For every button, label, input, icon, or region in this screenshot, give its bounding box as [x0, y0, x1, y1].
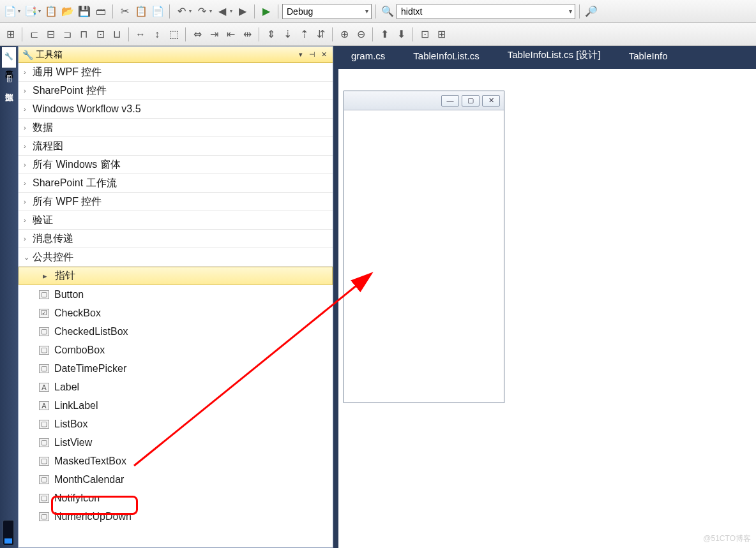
- nav-fwd-icon[interactable]: ▶: [235, 4, 250, 19]
- add-item-icon[interactable]: 📋: [43, 4, 59, 19]
- side-tab-strip: 🔧 工具箱 🗄 数据源: [0, 46, 18, 548]
- align-right-icon[interactable]: ⊐: [59, 27, 75, 42]
- toolbox-title: 工具箱: [36, 49, 63, 61]
- vspace-remove-icon[interactable]: ⇵: [313, 27, 328, 42]
- toolbox-item-checkedlistbox[interactable]: ▢CheckedListBox: [19, 322, 333, 341]
- form-designer-window[interactable]: ― ▢ ✕: [344, 91, 504, 403]
- dropdown-icon[interactable]: ▾: [296, 50, 306, 60]
- vspace-dec-icon[interactable]: ⇡: [296, 27, 312, 42]
- toolbox-item-指针[interactable]: ▸指针: [19, 267, 333, 285]
- separator: [375, 4, 376, 19]
- toolbox-category[interactable]: ›所有 WPF 控件: [19, 193, 333, 211]
- align-middle-icon[interactable]: ⊡: [93, 27, 108, 42]
- align-top-icon[interactable]: ⊓: [76, 27, 91, 42]
- toolbox-item-listbox[interactable]: ▢ListBox: [19, 415, 333, 433]
- toolbox-item-monthcalendar[interactable]: ▢MonthCalendar: [19, 470, 333, 489]
- separator: [372, 27, 373, 41]
- toolbox-category[interactable]: ›消息传递: [19, 230, 333, 248]
- same-width-icon[interactable]: ↔: [133, 27, 148, 42]
- open-folder-icon[interactable]: 📂: [60, 4, 75, 19]
- find-icon[interactable]: 🔍: [380, 4, 395, 19]
- watermark: @51CTO博客: [703, 533, 751, 544]
- paste-icon[interactable]: 📄: [150, 4, 165, 19]
- hspace-remove-icon[interactable]: ⇹: [239, 27, 255, 42]
- doc-tab[interactable]: gram.cs: [337, 48, 399, 65]
- toolbox-category[interactable]: ›流程图: [19, 137, 333, 156]
- separator: [112, 4, 113, 19]
- toolbox-category[interactable]: ›SharePoint 工作流: [19, 174, 333, 193]
- toolbox-list[interactable]: ›通用 WPF 控件›SharePoint 控件›Windows Workflo…: [19, 63, 333, 547]
- toolbox-item-datetimepicker[interactable]: ▢DateTimePicker: [19, 359, 333, 378]
- item-label: 指针: [55, 269, 75, 283]
- nav-back-icon[interactable]: ◀: [215, 4, 230, 19]
- redo-icon[interactable]: ↷: [194, 4, 209, 19]
- find-combo[interactable]: hidtxt: [397, 4, 575, 19]
- hspace-inc-icon[interactable]: ⇥: [206, 27, 222, 42]
- align-bottom-icon[interactable]: ⊔: [109, 27, 125, 42]
- doc-tab[interactable]: TableInfoList.cs: [399, 48, 493, 65]
- toolbox-item-listview[interactable]: ▢ListView: [19, 433, 333, 452]
- send-back-icon[interactable]: ⬇: [393, 27, 409, 42]
- hspace-equal-icon[interactable]: ⇔: [190, 27, 205, 42]
- item-label: NotifyIcon: [54, 492, 100, 504]
- separator: [332, 27, 333, 41]
- center-vert-icon[interactable]: ⊖: [353, 27, 368, 42]
- minimize-icon[interactable]: ―: [441, 95, 459, 107]
- cut-icon[interactable]: ✂: [117, 4, 132, 19]
- undo-icon[interactable]: ↶: [174, 4, 189, 19]
- vspace-equal-icon[interactable]: ⇕: [263, 27, 278, 42]
- toolbox-item-checkbox[interactable]: ☑CheckBox: [19, 304, 333, 322]
- check-icon: ☑: [39, 309, 49, 318]
- save-icon[interactable]: 💾: [77, 4, 92, 19]
- center-horiz-icon[interactable]: ⊕: [336, 27, 352, 42]
- tab-order-icon[interactable]: ⊡: [417, 27, 432, 42]
- category-label: 流程图: [33, 140, 63, 153]
- toolbox-category[interactable]: ›所有 Windows 窗体: [19, 156, 333, 174]
- separator: [185, 27, 186, 41]
- toolbox-category[interactable]: ›SharePoint 控件: [19, 82, 333, 100]
- toolbox-category[interactable]: ›验证: [19, 211, 333, 230]
- category-label: 消息传递: [33, 232, 73, 246]
- solution-explorer-icon[interactable]: 🔎: [584, 4, 599, 19]
- align-left-icon[interactable]: ⊏: [26, 27, 42, 42]
- item-label: ComboBox: [54, 344, 105, 356]
- toolbox-category[interactable]: ›数据: [19, 119, 333, 137]
- sidebar-tab-toolbox[interactable]: 🔧 工具箱: [2, 47, 16, 68]
- pin-icon[interactable]: ⊣: [307, 50, 317, 60]
- toolbox-category[interactable]: ›通用 WPF 控件: [19, 63, 333, 82]
- align-center-icon[interactable]: ⊟: [43, 27, 58, 42]
- toolbox-item-combobox[interactable]: ▢ComboBox: [19, 341, 333, 359]
- toolbox-item-button[interactable]: ▢Button: [19, 285, 333, 304]
- design-surface[interactable]: ― ▢ ✕: [338, 69, 756, 548]
- category-label: 数据: [33, 121, 53, 135]
- align-grid-icon[interactable]: ⊞: [3, 27, 18, 42]
- toolbox-item-notifyicon[interactable]: ▢NotifyIcon: [19, 489, 333, 507]
- close-icon[interactable]: ✕: [319, 50, 329, 60]
- maximize-icon[interactable]: ▢: [462, 95, 480, 107]
- copy-icon[interactable]: 📋: [133, 4, 149, 19]
- save-all-icon[interactable]: 🗃: [93, 4, 109, 19]
- configuration-combo[interactable]: Debug: [282, 4, 372, 19]
- merge-cells-icon[interactable]: ⊞: [434, 27, 449, 42]
- new-project-icon[interactable]: 📄: [3, 4, 18, 19]
- same-height-icon[interactable]: ↕: [149, 27, 165, 42]
- hspace-dec-icon[interactable]: ⇤: [223, 27, 238, 42]
- toolbox-category[interactable]: ⌄公共控件: [19, 248, 333, 267]
- toolbox-item-numericupdown[interactable]: ▢NumericUpDown: [19, 507, 333, 526]
- sidebar-tab-datasource[interactable]: 🗄 数据源: [2, 70, 16, 91]
- toolbox-item-maskedtextbox[interactable]: ▢MaskedTextBox: [19, 452, 333, 470]
- doc-tab[interactable]: TableInfoList.cs [设计]: [494, 47, 615, 65]
- chevron-right-icon: ›: [24, 179, 33, 187]
- close-icon[interactable]: ✕: [482, 95, 500, 107]
- same-size-icon[interactable]: ⬚: [166, 27, 181, 42]
- new-item-icon[interactable]: 📑: [23, 4, 38, 19]
- item-label: DateTimePicker: [54, 363, 126, 374]
- start-debug-icon[interactable]: ▶: [259, 4, 274, 19]
- toolbox-item-label[interactable]: ALabel: [19, 378, 333, 396]
- vspace-inc-icon[interactable]: ⇣: [280, 27, 295, 42]
- doc-tab[interactable]: TableInfo: [615, 48, 682, 65]
- bring-front-icon[interactable]: ⬆: [377, 27, 392, 42]
- item-label: LinkLabel: [54, 400, 98, 411]
- toolbox-item-linklabel[interactable]: ALinkLabel: [19, 396, 333, 415]
- toolbox-category[interactable]: ›Windows Workflow v3.5: [19, 100, 333, 119]
